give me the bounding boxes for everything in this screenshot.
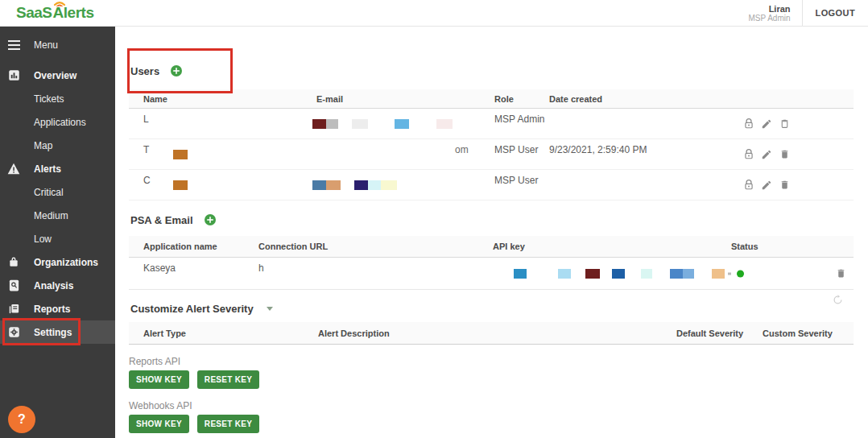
psa-app-name-cell: Kaseya (143, 262, 258, 274)
user-role-cell: MSP User (494, 144, 549, 155)
sidebar-item-medium[interactable]: Medium (0, 204, 115, 227)
sidebar: Menu Overview Tickets Applications Map A… (0, 27, 115, 438)
sidebar-item-tickets[interactable]: Tickets (0, 87, 115, 110)
lock-user-button[interactable] (742, 118, 755, 130)
col-date-created: Date created (549, 94, 742, 104)
sidebar-item-analysis[interactable]: Analysis (0, 274, 115, 297)
app-header: SaaS A lerts Liran MSP Admin LOGOUT (0, 0, 868, 27)
user-row: C MSP User (129, 170, 854, 200)
logout-button[interactable]: LOGOUT (802, 0, 868, 26)
delete-psa-button[interactable] (834, 267, 847, 280)
webhooks-reset-key-button[interactable]: RESET KEY (197, 415, 259, 433)
users-table-header: Name E-mail Role Date created (129, 89, 854, 109)
user-role-cell: MSP User (494, 175, 549, 186)
user-name-cell: L (143, 114, 316, 125)
user-date-cell: 9/23/2021, 2:59:40 PM (549, 144, 742, 155)
help-button[interactable]: ? (8, 406, 35, 433)
user-name-cell: C (143, 175, 316, 186)
user-row: L MSP Admin (129, 109, 854, 139)
webhooks-api-label: Webhooks API (129, 399, 854, 413)
col-name: Name (143, 94, 316, 104)
col-application-name: Application name (143, 242, 258, 251)
user-info: Liran MSP Admin (748, 4, 801, 23)
chevron-down-icon[interactable] (267, 307, 273, 311)
psa-table-header: Application name Connection URL API key … (129, 236, 854, 258)
severity-section-header: Customize Alert Severity (129, 300, 854, 316)
webhooks-show-key-button[interactable]: SHOW KEY (129, 415, 189, 433)
col-api-key: API key (493, 242, 731, 251)
lock-icon (743, 148, 754, 160)
trash-icon (836, 267, 846, 279)
trash-icon (779, 118, 790, 130)
reports-show-key-button[interactable]: SHOW KEY (129, 370, 189, 389)
col-status: Status (731, 242, 854, 251)
user-role-cell: MSP Admin (494, 114, 549, 125)
gear-icon (7, 326, 20, 339)
question-mark-icon: ? (18, 412, 26, 427)
sidebar-item-reports[interactable]: Reports (0, 297, 115, 320)
edit-user-button[interactable] (760, 148, 773, 161)
col-connection-url: Connection URL (258, 242, 493, 251)
logo-text-rest: lerts (64, 4, 94, 22)
sidebar-item-critical[interactable]: Critical (0, 180, 115, 204)
delete-user-button[interactable] (778, 179, 791, 192)
menu-icon (7, 39, 20, 52)
add-psa-button[interactable] (205, 214, 216, 225)
psa-section-header: PSA & Email (129, 212, 854, 228)
lock-icon (743, 179, 754, 191)
psa-url-cell: h (258, 262, 493, 274)
reports-reset-key-button[interactable]: RESET KEY (197, 370, 259, 389)
user-name-cell: T (143, 144, 316, 155)
refresh-icon[interactable] (832, 294, 844, 309)
user-role: MSP Admin (748, 14, 790, 23)
bar-chart-icon (7, 69, 20, 82)
sidebar-item-menu[interactable]: Menu (0, 33, 115, 56)
report-icon (7, 303, 20, 316)
psa-title: PSA & Email (130, 214, 193, 226)
lock-user-button[interactable] (742, 148, 755, 161)
col-email: E-mail (316, 94, 494, 104)
pencil-icon (761, 118, 772, 130)
trash-icon (779, 148, 790, 160)
col-default-severity: Default Severity (676, 328, 763, 338)
add-user-button[interactable] (171, 65, 182, 76)
status-indicator (737, 270, 744, 277)
briefcase-icon (7, 256, 20, 269)
severity-table-header: Alert Type Alert Description Default Sev… (129, 322, 854, 345)
sidebar-item-overview[interactable]: Overview (0, 64, 115, 87)
edit-user-button[interactable] (760, 179, 773, 192)
wifi-arcs-icon (51, 0, 68, 6)
settings-page: Users Name E-mail Role Date created L MS… (115, 27, 868, 438)
sidebar-item-settings[interactable]: Settings (0, 320, 115, 344)
plus-circle-icon (171, 65, 182, 76)
reports-api-label: Reports API (129, 354, 854, 369)
users-title: Users (130, 65, 159, 77)
col-custom-severity: Custom Severity (763, 328, 854, 338)
pencil-icon (761, 149, 772, 160)
lock-user-button[interactable] (742, 179, 755, 192)
trash-icon (779, 179, 790, 191)
plus-circle-icon (205, 214, 216, 225)
users-section-header: Users (129, 63, 854, 79)
user-row: T om MSP User 9/23/2021, 2:59:40 PM (129, 139, 854, 170)
edit-user-button[interactable] (760, 118, 773, 130)
severity-title: Customize Alert Severity (130, 303, 254, 315)
sidebar-item-applications[interactable]: Applications (0, 110, 115, 134)
logo-letter-a: A (53, 4, 64, 22)
user-name: Liran (748, 4, 790, 14)
sidebar-item-low[interactable]: Low (0, 227, 115, 250)
delete-user-button[interactable] (778, 148, 791, 161)
sidebar-item-organizations[interactable]: Organizations (0, 250, 115, 274)
warning-triangle-icon (7, 163, 20, 176)
lock-icon (743, 118, 754, 130)
delete-user-button[interactable] (778, 118, 791, 130)
user-email-cell: om (316, 144, 494, 155)
saas-alerts-logo: SaaS A lerts (16, 4, 93, 22)
doc-search-icon (7, 279, 20, 292)
sidebar-item-alerts[interactable]: Alerts (0, 157, 115, 180)
sidebar-item-map[interactable]: Map (0, 134, 115, 157)
severity-section: Customize Alert Severity Alert Type Aler… (129, 300, 854, 345)
logo-text-saas: SaaS (16, 4, 52, 22)
col-alert-type: Alert Type (143, 328, 318, 338)
col-role: Role (494, 94, 549, 104)
